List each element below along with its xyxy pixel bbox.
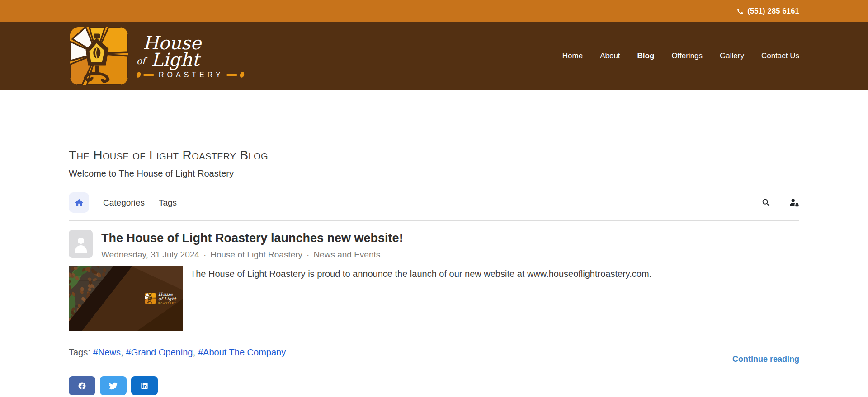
tag-separator: , <box>193 347 195 357</box>
post-tags: Tags:#News,#Grand Opening,#About The Com… <box>69 347 286 358</box>
main-nav: Home About Blog Offerings Gallery Contac… <box>562 51 799 61</box>
brand-wordmark: House of Light ROASTERY <box>137 35 244 79</box>
author-avatar[interactable] <box>69 230 93 258</box>
tag-link-grand-opening[interactable]: #Grand Opening <box>126 347 193 357</box>
brand-word-of: of <box>137 56 145 66</box>
thumbnail-logo-icon <box>145 293 156 304</box>
share-linkedin-button[interactable] <box>131 376 158 395</box>
nav-item-home[interactable]: Home <box>562 51 583 61</box>
phone-link[interactable]: (551) 285 6161 <box>736 7 799 15</box>
blog-home-button[interactable] <box>69 192 89 213</box>
roastery-logo-icon <box>69 26 129 86</box>
home-icon <box>74 198 84 208</box>
social-share-row <box>69 376 799 395</box>
post-meta: Wednesday, 31 July 2024 · House of Light… <box>101 250 403 260</box>
thumb-word-roastery: ROASTERY <box>158 302 176 304</box>
thumb-word-of: of <box>158 296 163 301</box>
search-button[interactable] <box>761 198 771 208</box>
nav-item-about[interactable]: About <box>600 51 620 61</box>
share-twitter-button[interactable] <box>100 376 127 395</box>
brand-word-roastery: ROASTERY <box>157 71 224 79</box>
post-thumbnail[interactable]: House of Light ROASTERY <box>69 266 183 331</box>
tag-link-news[interactable]: #News <box>93 347 121 357</box>
facebook-icon <box>78 382 86 390</box>
tags-label: Tags: <box>69 347 90 357</box>
post-title-link[interactable]: The House of Light Roastery launches new… <box>101 231 403 245</box>
site-header: House of Light ROASTERY Home About Blog … <box>0 22 868 90</box>
thumb-word-light: Light <box>164 296 176 301</box>
brand-logo[interactable]: House of Light ROASTERY <box>69 26 244 86</box>
brand-word-light: Light <box>151 49 199 70</box>
page-title: The House of Light Roastery Blog <box>69 148 799 163</box>
blog-nav-tags[interactable]: Tags <box>159 198 177 208</box>
decorative-bar <box>226 74 237 76</box>
user-lock-icon <box>789 198 799 208</box>
continue-reading-link[interactable]: Continue reading <box>732 355 799 364</box>
post-category: News and Events <box>313 250 380 260</box>
phone-icon <box>736 8 744 15</box>
login-button[interactable] <box>789 198 799 208</box>
tag-link-about-the-company[interactable]: #About The Company <box>198 347 286 357</box>
phone-number: (551) 285 6161 <box>747 7 799 15</box>
tag-separator: , <box>121 347 123 357</box>
meta-separator: · <box>307 250 309 260</box>
twitter-icon <box>109 382 118 390</box>
nav-item-contact-us[interactable]: Contact Us <box>761 51 799 61</box>
page-subtitle: Welcome to The House of Light Roastery <box>69 168 799 179</box>
nav-item-offerings[interactable]: Offerings <box>671 51 703 61</box>
linkedin-icon <box>140 382 149 390</box>
toolbar-divider <box>69 220 799 221</box>
person-icon <box>73 235 89 253</box>
blog-post: The House of Light Roastery launches new… <box>69 230 799 395</box>
decorative-bar <box>143 74 154 76</box>
nav-item-gallery[interactable]: Gallery <box>720 51 744 61</box>
coffee-bean-icon <box>136 71 142 78</box>
post-date: Wednesday, 31 July 2024 <box>101 250 199 260</box>
thumbnail-brand: House of Light ROASTERY <box>145 292 176 304</box>
post-author: House of Light Roastery <box>210 250 302 260</box>
blog-main: The House of Light Roastery Blog Welcome… <box>0 148 868 395</box>
share-facebook-button[interactable] <box>69 376 95 395</box>
blog-toolbar: Categories Tags <box>69 192 799 213</box>
top-bar: (551) 285 6161 <box>0 0 868 22</box>
coffee-bean-icon <box>239 71 245 78</box>
search-icon <box>761 198 771 208</box>
meta-separator: · <box>203 250 206 260</box>
nav-item-blog[interactable]: Blog <box>637 51 655 61</box>
post-body-text: The House of Light Roastery is proud to … <box>190 267 651 280</box>
blog-nav-categories[interactable]: Categories <box>103 198 145 208</box>
